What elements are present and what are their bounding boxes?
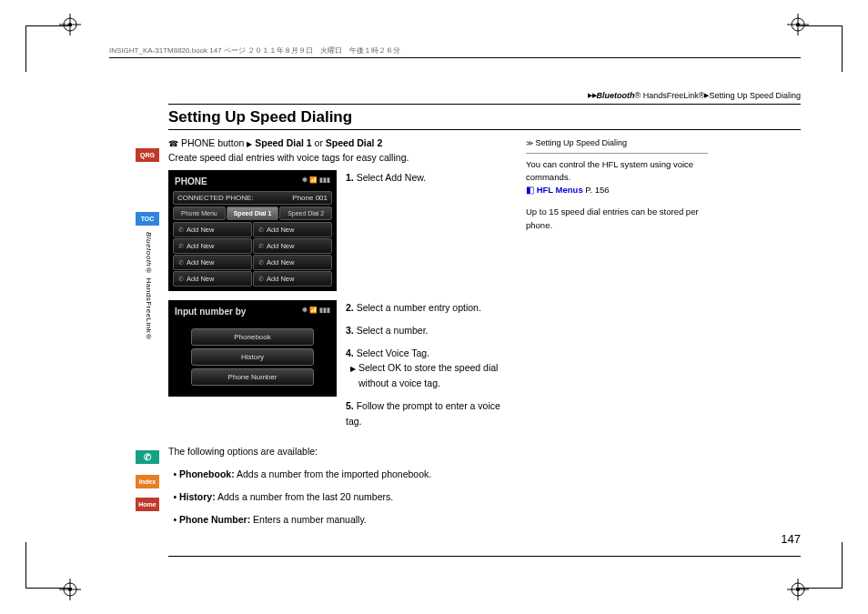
step-1-col: 1. Select Add New. bbox=[346, 170, 510, 193]
header-meta-line: INSIGHT_KA-31TM8820.book 147 ページ ２０１１年８月… bbox=[109, 45, 801, 58]
page-content: INSIGHT_KA-31TM8820.book 147 ページ ２０１１年８月… bbox=[96, 45, 801, 555]
screen-input-number: Input number by ✱ 📶 ▮▮▮ Phonebook Histor… bbox=[168, 300, 337, 397]
screen1-connected-label: CONNECTED PHONE: bbox=[177, 194, 254, 202]
sidebar-heading: ≫ Setting Up Speed Dialing bbox=[526, 137, 708, 154]
cell-label: Add New bbox=[267, 275, 294, 283]
screen1-tab-phone-menu: Phone Menu bbox=[173, 206, 226, 220]
screen1-cell: ✆Add New bbox=[173, 255, 252, 270]
sidebar-link-label: HFL Menus bbox=[537, 185, 583, 195]
link-icon: ◧ bbox=[526, 185, 534, 195]
side-label-rest: ® HandsFreeLink® bbox=[145, 267, 153, 341]
tab-toc[interactable]: TOC bbox=[136, 212, 159, 226]
phone-icon: ✆ bbox=[178, 259, 184, 267]
nav-arrow-icon: ▶ bbox=[247, 140, 252, 148]
step-5-num: 5. bbox=[346, 400, 354, 411]
screen2-btn-phone-number: Phone Number bbox=[191, 368, 314, 386]
sidebar-text-2: Up to 15 speed dial entries can be store… bbox=[526, 206, 708, 232]
screen1-title-bar: PHONE ✱ 📶 ▮▮▮ bbox=[173, 175, 332, 190]
step-4-voice-tag: Voice Tag bbox=[386, 347, 427, 358]
registration-mark-tr bbox=[787, 14, 809, 35]
breadcrumb-section: Setting Up Speed Dialing bbox=[709, 91, 801, 100]
options-list: Phonebook: Adds a number from the import… bbox=[168, 466, 510, 528]
main-column: ☎ PHONE button ▶ Speed Dial 1 or Speed D… bbox=[168, 137, 510, 538]
sidebar-link-page: P. 156 bbox=[585, 185, 609, 195]
breadcrumb-bluetooth: Bluetooth bbox=[597, 91, 635, 100]
step-5-text: Follow the prompt to enter a voice tag. bbox=[346, 400, 500, 427]
screen2-btn-phonebook: Phonebook bbox=[191, 328, 314, 346]
step-4-text-b: . bbox=[427, 347, 429, 358]
step-4-sub: ▶ Select OK to store the speed dial with… bbox=[346, 360, 510, 391]
phone-icon: ✆ bbox=[178, 226, 184, 234]
top-rule bbox=[168, 104, 801, 105]
screen1-cell: ✆Add New bbox=[173, 222, 252, 237]
option-history-name: History: bbox=[179, 491, 216, 502]
screen1-speed-dial-grid: ✆Add New ✆Add New ✆Add New ✆Add New ✆Add… bbox=[173, 222, 332, 287]
sidebar-column: ≫ Setting Up Speed Dialing You can contr… bbox=[526, 137, 708, 538]
nav-speed-dial-1: Speed Dial 1 bbox=[255, 137, 311, 148]
phone-icon: ✆ bbox=[258, 243, 264, 250]
phone-button-icon: ☎ bbox=[168, 139, 178, 148]
step-1-num: 1. bbox=[346, 172, 354, 183]
registration-mark-br bbox=[787, 579, 809, 600]
screen1-cell: ✆Add New bbox=[253, 271, 332, 287]
cell-label: Add New bbox=[267, 226, 294, 234]
step-4-arrow-icon: ▶ bbox=[350, 365, 356, 373]
screen2-btn-history: History bbox=[191, 348, 314, 366]
option-phonebook-desc: Adds a number from the imported phoneboo… bbox=[235, 468, 432, 479]
nav-phone-button: PHONE button bbox=[181, 137, 244, 148]
step-3-text: Select a number. bbox=[357, 325, 429, 336]
tab-index[interactable]: Index bbox=[136, 475, 159, 488]
screen2-status-icons: ✱ 📶 ▮▮▮ bbox=[302, 307, 330, 317]
breadcrumb-hfl: HandsFreeLink® bbox=[641, 91, 704, 100]
side-section-label: Bluetooth® HandsFreeLink® bbox=[145, 232, 153, 342]
step-2: 2. Select a number entry option. bbox=[346, 300, 510, 316]
step-4-sub-ok: OK bbox=[388, 362, 401, 373]
option-history-desc: Adds a number from the last 20 numbers. bbox=[216, 491, 394, 502]
screen1-tab-speed-dial-2: Speed Dial 2 bbox=[279, 206, 332, 220]
steps-2-5-col: 2. Select a number entry option. 3. Sele… bbox=[346, 300, 510, 437]
tab-qrg[interactable]: QRG bbox=[136, 148, 159, 162]
screen1-connected-row: CONNECTED PHONE: Phone 001 bbox=[173, 191, 332, 205]
screen1-tab-speed-dial-1: Speed Dial 1 bbox=[227, 206, 279, 220]
screen1-cell: ✆Add New bbox=[253, 238, 332, 254]
step-1-text-a: Select bbox=[357, 172, 386, 183]
screen-phone-menu: PHONE ✱ 📶 ▮▮▮ CONNECTED PHONE: Phone 001… bbox=[168, 170, 337, 291]
phone-icon: ✆ bbox=[258, 226, 264, 234]
nav-or: or bbox=[312, 137, 326, 148]
option-phonebook-name: Phonebook: bbox=[179, 468, 235, 479]
options-intro: The following options are available: bbox=[168, 446, 510, 457]
screen1-title: PHONE bbox=[175, 176, 207, 186]
step-4-num: 4. bbox=[346, 347, 354, 358]
screen1-cell: ✆Add New bbox=[173, 271, 252, 287]
option-history: History: Adds a number from the last 20 … bbox=[179, 488, 510, 506]
option-phone-number-desc: Enters a number manually. bbox=[250, 514, 367, 525]
step-2-text: Select a number entry option. bbox=[357, 302, 481, 313]
step-3: 3. Select a number. bbox=[346, 323, 510, 338]
screenshot-row-2: Input number by ✱ 📶 ▮▮▮ Phonebook Histor… bbox=[168, 300, 510, 437]
intro-text: Create speed dial entries with voice tag… bbox=[168, 152, 510, 163]
breadcrumb-arrow-icon: ▶▶ bbox=[588, 92, 597, 98]
screen2-title: Input number by bbox=[175, 307, 246, 317]
side-label-bluetooth: Bluetooth bbox=[145, 232, 153, 267]
sidebar-heading-icon: ≫ bbox=[526, 139, 533, 147]
tab-home[interactable]: Home bbox=[136, 498, 159, 511]
screen1-tabs: Phone Menu Speed Dial 1 Speed Dial 2 bbox=[173, 206, 332, 220]
screenshot-row-1: PHONE ✱ 📶 ▮▮▮ CONNECTED PHONE: Phone 001… bbox=[168, 170, 510, 291]
option-phonebook: Phonebook: Adds a number from the import… bbox=[179, 466, 510, 483]
tab-voice-icon[interactable]: ✆ bbox=[136, 450, 159, 464]
phone-icon: ✆ bbox=[258, 259, 264, 267]
navigation-path: ☎ PHONE button ▶ Speed Dial 1 or Speed D… bbox=[168, 137, 510, 148]
page-title: Setting Up Speed Dialing bbox=[168, 108, 801, 126]
screen1-cell: ✆Add New bbox=[253, 222, 332, 237]
step-1: 1. Select Add New. bbox=[346, 170, 510, 186]
step-4-sub-a: Select bbox=[358, 362, 388, 373]
step-4: 4. Select Voice Tag. ▶ Select OK to stor… bbox=[346, 346, 510, 391]
cell-label: Add New bbox=[187, 226, 214, 234]
screen1-status-icons: ✱ 📶 ▮▮▮ bbox=[302, 176, 330, 186]
breadcrumb: ▶▶Bluetooth® HandsFreeLink®▶Setting Up S… bbox=[168, 91, 801, 100]
sidebar-heading-text: Setting Up Speed Dialing bbox=[536, 138, 628, 147]
step-1-add-new: Add New bbox=[385, 172, 423, 183]
screen1-cell: ✆Add New bbox=[173, 238, 252, 254]
sidebar-text-1: You can control the HFL system using voi… bbox=[526, 158, 708, 185]
sidebar-link[interactable]: ◧ HFL Menus P. 156 bbox=[526, 184, 708, 196]
